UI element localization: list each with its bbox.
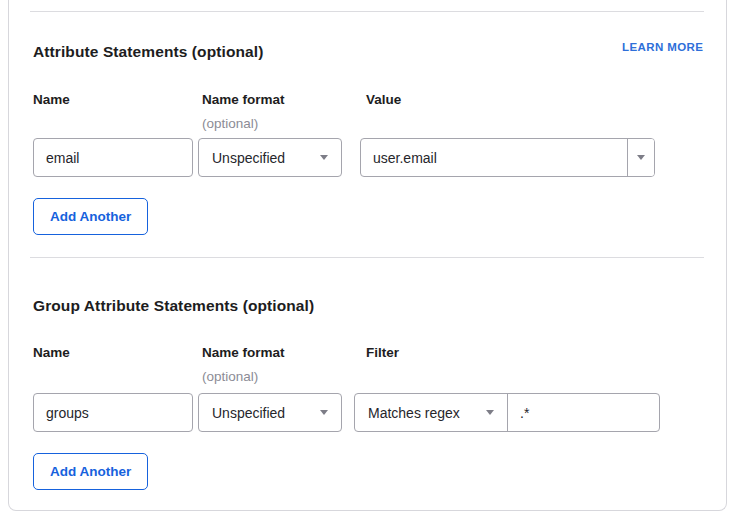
attribute-statements-title: Attribute Statements (optional) — [33, 43, 263, 61]
chevron-down-icon — [637, 155, 645, 160]
group-attribute-statements-title: Group Attribute Statements (optional) — [33, 297, 314, 315]
learn-more-link[interactable]: LEARN MORE — [622, 41, 703, 53]
group-attribute-name-input[interactable] — [33, 393, 193, 432]
column-header-name-format: Name format — [202, 345, 285, 360]
column-header-name-format-note: (optional) — [202, 116, 258, 131]
attribute-name-format-value: Unspecified — [212, 150, 285, 166]
column-header-name: Name — [33, 345, 70, 360]
attribute-value-combo — [360, 138, 655, 177]
section-divider — [30, 257, 704, 258]
group-attribute-filter-value-input[interactable] — [508, 394, 659, 431]
chevron-down-icon — [486, 410, 494, 415]
group-attribute-filter-type-select[interactable]: Matches regex — [355, 394, 508, 431]
column-header-name-format-note: (optional) — [202, 369, 258, 384]
group-attribute-name-format-value: Unspecified — [212, 405, 285, 421]
group-attribute-filter-type-value: Matches regex — [368, 405, 460, 421]
group-attribute-name-format-select[interactable]: Unspecified — [198, 393, 342, 432]
attribute-name-input[interactable] — [33, 138, 193, 177]
column-header-name-format: Name format — [202, 92, 285, 107]
top-divider — [30, 11, 704, 12]
attribute-name-format-select[interactable]: Unspecified — [198, 138, 342, 177]
attribute-value-input[interactable] — [361, 139, 627, 176]
column-header-value: Value — [366, 92, 401, 107]
attribute-value-dropdown-button[interactable] — [627, 139, 654, 176]
column-header-name: Name — [33, 92, 70, 107]
group-attribute-filter-combo: Matches regex — [354, 393, 660, 432]
column-header-filter: Filter — [366, 345, 399, 360]
add-another-group-attribute-button[interactable]: Add Another — [33, 453, 148, 490]
chevron-down-icon — [320, 155, 328, 160]
chevron-down-icon — [320, 410, 328, 415]
saml-settings-card — [8, 0, 727, 511]
add-another-attribute-button[interactable]: Add Another — [33, 198, 148, 235]
